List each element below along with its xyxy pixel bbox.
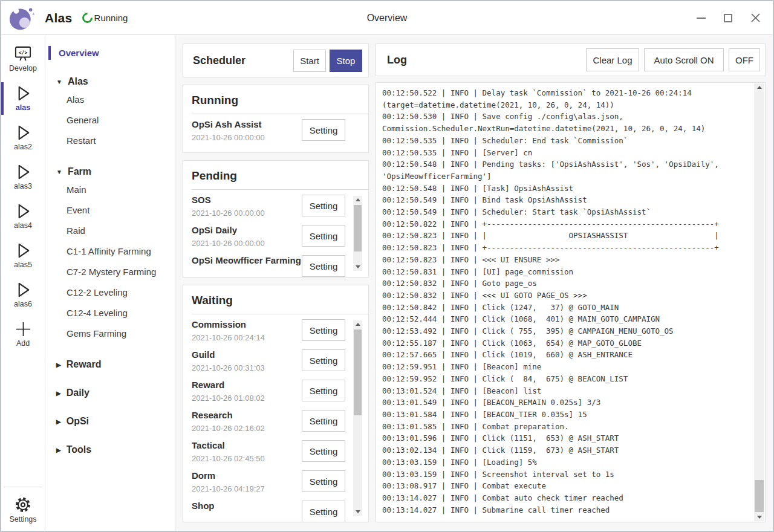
nav-item-gems-farming[interactable]: Gems Farming xyxy=(45,323,175,344)
pending-card: Pending SOS2021-10-26 00:00:00SettingOpS… xyxy=(183,160,369,277)
rail-item-add[interactable]: Add xyxy=(1,317,45,351)
setting-button[interactable]: Setting xyxy=(302,380,345,401)
setting-button[interactable]: Setting xyxy=(302,440,345,462)
rail-item-label: alas xyxy=(16,103,30,112)
nav-section-alas[interactable]: ▼Alas xyxy=(45,74,175,89)
scrollbar-thumb[interactable] xyxy=(755,480,764,512)
task-name: Commission xyxy=(192,319,265,330)
task-time: 2021-10-26 00:00:00 xyxy=(192,239,265,248)
setting-button[interactable]: Setting xyxy=(302,225,345,247)
task-name: Tactical xyxy=(192,440,265,451)
task-name: Shop xyxy=(192,501,215,511)
setting-button[interactable]: Setting xyxy=(302,195,345,216)
menu-nav: Overview ▼AlasAlasGeneralRestart▼FarmMai… xyxy=(45,35,175,531)
nav-section-opsi[interactable]: ▶OpSi xyxy=(45,414,175,429)
nav-item-c12-4-leveling[interactable]: C12-4 Leveling xyxy=(45,303,175,323)
nav-item-c1-1-affinity-farming[interactable]: C1-1 Affinity Farming xyxy=(45,241,175,262)
scheduler-card: Scheduler Start Stop xyxy=(183,44,369,77)
log-line: 00:12:50.832 | INFO | Goto page_os xyxy=(382,277,749,290)
rail-item-alas2[interactable]: alas2 xyxy=(1,121,45,155)
minimize-icon[interactable] xyxy=(695,13,706,24)
app-window: Alas Running Overview </>Developalasalas… xyxy=(0,0,774,532)
clear-log-button[interactable]: Clear Log xyxy=(586,48,639,71)
rail-item-settings[interactable]: Settings xyxy=(1,493,45,527)
waiting-title: Waiting xyxy=(192,291,360,314)
setting-button[interactable]: Setting xyxy=(302,501,345,522)
rail-item-develop[interactable]: </>Develop xyxy=(1,42,45,76)
auto-scroll-button[interactable]: Auto Scroll ON xyxy=(644,48,724,71)
task-info: Shop xyxy=(192,501,215,511)
nav-item-main[interactable]: Main xyxy=(45,180,175,200)
rail-item-alas3[interactable]: alas3 xyxy=(1,160,45,194)
log-buttons: Clear Log Auto Scroll ON OFF xyxy=(586,48,760,71)
log-line: 00:13:01.596 | INFO | Click (1151, 653) … xyxy=(382,432,749,444)
window-controls xyxy=(695,13,761,24)
nav-section-farm[interactable]: ▼Farm xyxy=(45,164,175,180)
auto-scroll-off-button[interactable]: OFF xyxy=(729,48,760,71)
rail-item-alas[interactable]: alas xyxy=(1,82,45,115)
nav-section-tools[interactable]: ▶Tools xyxy=(45,442,175,458)
scrollbar-thumb[interactable] xyxy=(354,205,362,251)
task-time: 2021-10-26 00:00:00 xyxy=(192,209,265,218)
log-line: 00:12:50.842 | INFO | Click (1247, 37) @… xyxy=(382,302,749,314)
log-line: 00:12:50.535 | INFO | Scheduler: End tas… xyxy=(382,135,749,147)
task-info: Commission2021-10-26 00:24:14 xyxy=(192,319,265,342)
caret-right-icon: ▶ xyxy=(56,418,61,425)
rail-item-label: alas6 xyxy=(14,300,32,308)
rail-item-label: Develop xyxy=(9,64,37,73)
scroll-up-icon[interactable] xyxy=(353,320,362,328)
setting-button[interactable]: Setting xyxy=(302,349,345,371)
rail-item-alas6[interactable]: alas6 xyxy=(1,278,45,312)
log-line: 00:12:59.951 | INFO | [Beacon] mine xyxy=(382,361,749,373)
task-row-opsi-meowfficer-farming: OpSi Meowfficer FarmingSetting xyxy=(192,250,345,277)
log-line: 00:12:50.548 | INFO | Pending tasks: ['O… xyxy=(382,158,749,170)
task-name: Guild xyxy=(192,349,265,360)
log-line: 00:12:50.535 | INFO | [Server] cn xyxy=(382,147,749,159)
nav-item-restart[interactable]: Restart xyxy=(45,131,175,151)
scroll-up-icon[interactable] xyxy=(353,196,362,204)
task-row-sos: SOS2021-10-26 00:00:00Setting xyxy=(192,190,345,220)
scroll-down-icon[interactable] xyxy=(353,508,362,516)
nav-item-c7-2-mystery-farming[interactable]: C7-2 Mystery Farming xyxy=(45,262,175,282)
scroll-down-icon[interactable] xyxy=(353,263,362,271)
setting-button[interactable]: Setting xyxy=(302,255,345,277)
setting-button[interactable]: Setting xyxy=(302,319,345,341)
nav-item-c12-2-leveling[interactable]: C12-2 Leveling xyxy=(45,282,175,303)
nav-item-alas[interactable]: Alas xyxy=(45,89,175,110)
rail-items: </>Developalasalas2alas3alas4alas5alas6A… xyxy=(1,42,45,357)
stop-button[interactable]: Stop xyxy=(330,50,362,72)
waiting-scrollbar[interactable] xyxy=(353,320,362,516)
log-line: 00:12:50.823 | INFO | | OPSIASHASSIST | xyxy=(382,230,749,242)
setting-button[interactable]: Setting xyxy=(302,410,345,432)
rail-item-alas5[interactable]: alas5 xyxy=(1,239,45,273)
task-info: OpSi Meowfficer Farming xyxy=(192,255,301,266)
log-scrollbar[interactable] xyxy=(754,83,764,521)
scroll-up-icon[interactable] xyxy=(754,83,764,91)
alas-logo-icon xyxy=(8,5,35,31)
nav-item-event[interactable]: Event xyxy=(45,200,175,221)
nav-section-daily[interactable]: ▶Daily xyxy=(45,385,175,401)
nav-item-overview[interactable]: Overview xyxy=(45,45,175,61)
log-line: 00:12:50.832 | INFO | <<< UI GOTO PAGE_O… xyxy=(382,290,749,302)
scroll-down-icon[interactable] xyxy=(754,513,764,521)
maximize-icon[interactable] xyxy=(723,13,733,24)
code-monitor-icon: </> xyxy=(13,45,33,62)
setting-button[interactable]: Setting xyxy=(302,470,345,492)
setting-button[interactable]: Setting xyxy=(302,119,345,141)
nav-item-general[interactable]: General xyxy=(45,110,175,131)
close-icon[interactable] xyxy=(750,13,761,24)
main-area: Scheduler Start Stop Running OpSi Ash As… xyxy=(175,35,773,531)
rail-item-alas4[interactable]: alas4 xyxy=(1,199,45,233)
log-line: 00:13:14.027 | INFO | Submarine call tim… xyxy=(382,504,749,516)
log-line: 00:12:50.522 | INFO | Delay task `Commis… xyxy=(382,87,749,99)
task-info: Tactical2021-10-26 02:45:50 xyxy=(192,440,265,463)
app-body: </>Developalasalas2alas3alas4alas5alas6A… xyxy=(1,35,773,531)
start-button[interactable]: Start xyxy=(293,50,326,72)
app-name: Alas xyxy=(45,11,73,25)
task-time: 2021-10-26 00:31:03 xyxy=(192,363,265,372)
status-label: Running xyxy=(94,13,128,23)
scrollbar-thumb[interactable] xyxy=(354,329,362,415)
nav-section-reward[interactable]: ▶Reward xyxy=(45,357,175,372)
pending-scrollbar[interactable] xyxy=(353,196,362,271)
nav-item-raid[interactable]: Raid xyxy=(45,221,175,241)
